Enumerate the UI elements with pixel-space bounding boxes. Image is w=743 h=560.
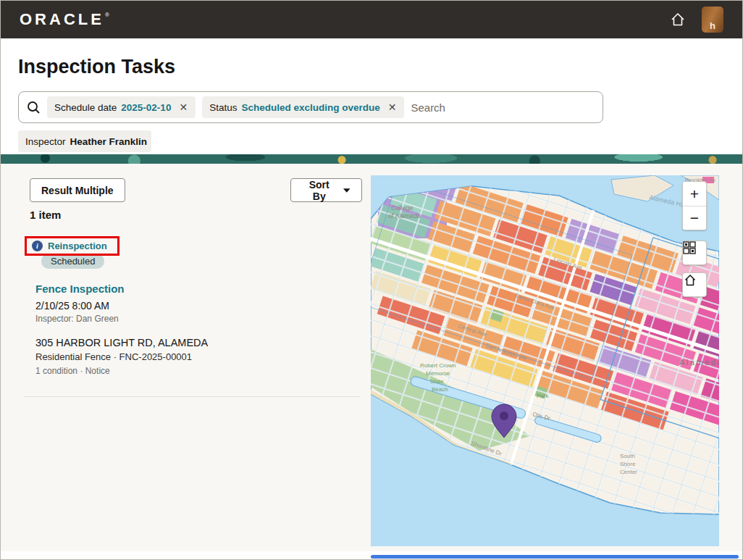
map-label: State <box>430 378 444 385</box>
avatar-letter: h <box>710 20 715 31</box>
task-conditions: 1 condition · Notice <box>35 366 361 376</box>
map-label: Shore <box>620 461 636 467</box>
zoom-in-button[interactable]: + <box>683 182 706 206</box>
horizontal-scrollbar[interactable] <box>1 554 742 559</box>
horizontal-scrollbar-thumb[interactable] <box>371 555 739 559</box>
zoom-out-button[interactable]: − <box>683 206 706 230</box>
search-input[interactable] <box>411 101 594 114</box>
result-multiple-button[interactable]: Result Multiple <box>30 178 125 202</box>
task-datetime: 2/10/25 8:00 AM <box>35 300 361 312</box>
list-divider <box>25 396 361 397</box>
task-inspector: Inspector: Dan Green <box>35 314 361 324</box>
filter-chip-status[interactable]: Status Scheduled excluding overdue ✕ <box>202 96 404 118</box>
user-avatar[interactable]: h <box>702 7 723 33</box>
home-extent-button[interactable] <box>682 272 707 297</box>
map-label: Robert Crown <box>420 362 456 369</box>
task-type-record: Residential Fence · FNC-2025-00001 <box>35 351 361 362</box>
filter-chip-schedule-date[interactable]: Schedule date 2025-02-10 ✕ <box>47 96 196 118</box>
home-icon[interactable] <box>668 10 687 29</box>
page-header: Inspection Tasks Schedule date 2025-02-1… <box>1 38 742 154</box>
map-label-city: Alameda <box>679 358 719 367</box>
map-label: of Alameda <box>388 212 421 220</box>
chevron-down-icon <box>343 188 350 193</box>
task-title-link[interactable]: Fence Inspection <box>35 283 125 295</box>
info-icon: i <box>32 241 43 251</box>
filter-chip-inspector[interactable]: Inspector Heather Franklin <box>18 130 151 152</box>
chip-value: Heather Franklin <box>70 136 148 147</box>
inspection-task-card[interactable]: i Reinspection Scheduled Fence Inspectio… <box>25 236 361 397</box>
remove-filter-icon[interactable]: ✕ <box>385 101 400 114</box>
map-label: College <box>391 204 414 212</box>
reinspection-link[interactable]: Reinspection <box>48 241 107 251</box>
app-window: ORACLE® h Inspection Tasks Schedule date… <box>0 0 743 560</box>
overview-map-icon <box>683 241 696 254</box>
oracle-logo[interactable]: ORACLE® <box>20 10 112 29</box>
map-label: South <box>620 453 635 459</box>
main-content: Result Multiple Sort By 1 item i Reinspe… <box>1 164 742 551</box>
home-extent-icon <box>683 273 697 288</box>
item-count: 1 item <box>30 209 61 221</box>
search-icon <box>26 100 41 114</box>
chip-label: Inspector <box>25 136 66 147</box>
chip-value: Scheduled excluding overdue <box>241 102 379 113</box>
global-header: ORACLE® h <box>1 1 742 38</box>
oracle-wordmark: ORACLE <box>20 10 104 29</box>
map-label: Memorial <box>426 370 450 377</box>
decorative-banner <box>1 154 742 164</box>
map-label: Beach <box>432 386 448 393</box>
sort-by-label: Sort By <box>302 179 336 202</box>
annotation-red-box: i Reinspection <box>25 236 119 256</box>
status-badge: Scheduled <box>41 254 104 269</box>
chip-label: Schedule date <box>54 102 117 113</box>
filter-search-bar[interactable]: Schedule date 2025-02-10 ✕ Status Schedu… <box>18 91 603 123</box>
reinspection-annotation: i Reinspection <box>25 236 361 256</box>
chip-label: Status <box>209 102 237 113</box>
overview-map-button[interactable] <box>682 241 707 265</box>
sort-by-button[interactable]: Sort By <box>290 178 362 202</box>
map-label: Park <box>537 393 549 399</box>
remove-filter-icon[interactable]: ✕ <box>175 101 191 114</box>
map-label: Center <box>620 469 637 475</box>
page-title: Inspection Tasks <box>18 56 725 78</box>
task-address: 305 HARBOR LIGHT RD, ALAMEDA <box>35 337 361 348</box>
zoom-control: + − <box>682 181 707 230</box>
registered-mark: ® <box>105 12 112 18</box>
chip-value: 2025-02-10 <box>121 102 171 113</box>
map[interactable]: College of Alameda Brooklyn Av Coast Gua… <box>371 175 719 546</box>
alameda-map[interactable]: College of Alameda Brooklyn Av Coast Gua… <box>371 175 719 546</box>
